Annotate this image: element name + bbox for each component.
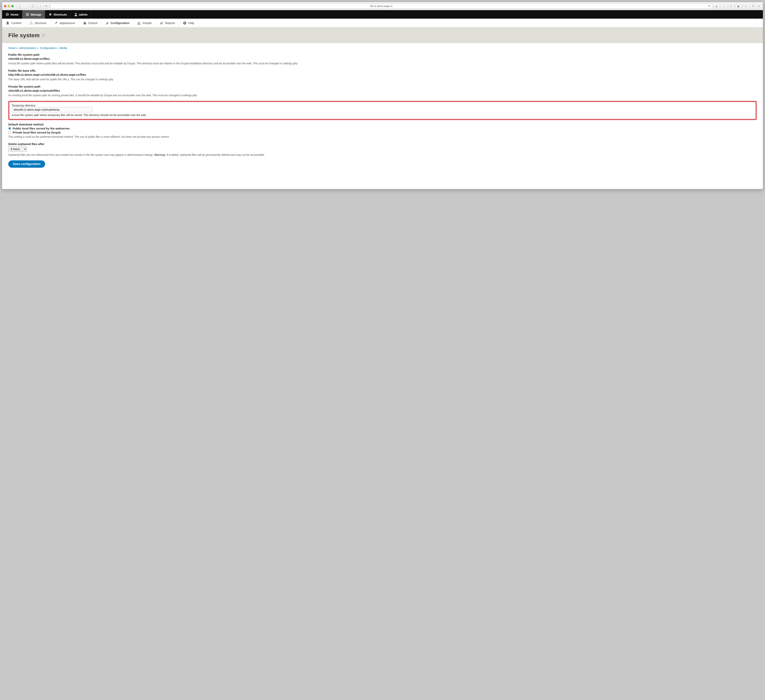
menu-content[interactable]: Content <box>2 19 25 27</box>
tabs-button[interactable] <box>750 4 756 8</box>
crumb-home[interactable]: Home <box>8 46 15 50</box>
toolbar-home[interactable]: Home <box>2 10 22 19</box>
svg-rect-20 <box>161 22 162 24</box>
private-path-label: Private file system path <box>8 85 757 88</box>
temp-dir-highlight: Temporary directory A local file system … <box>8 101 757 120</box>
svg-rect-2 <box>45 5 46 6</box>
radio-public[interactable] <box>8 127 11 130</box>
people-icon <box>137 21 141 25</box>
public-path-desc: A local file system path where public fi… <box>8 61 757 66</box>
configuration-icon <box>105 21 109 25</box>
menu-reports-label: Reports <box>165 21 175 25</box>
sidebar-toggle-button[interactable] <box>30 4 36 8</box>
help-icon: ? <box>183 21 186 25</box>
menu-appearance[interactable]: Appearance <box>50 19 79 27</box>
toolbar-shortcuts[interactable]: Shortcuts <box>45 10 71 19</box>
orphan-desc-b: If enabled, orphaned files will be perma… <box>166 153 265 156</box>
private-path-item: Private file system path sites/d8.o1.dem… <box>8 85 757 98</box>
crumb-media[interactable]: Media <box>60 46 67 50</box>
maximize-window-icon[interactable] <box>11 5 14 7</box>
svg-text:?: ? <box>184 22 185 24</box>
menu-configuration[interactable]: Configuration <box>101 19 134 27</box>
menu-reports[interactable]: Reports <box>156 19 179 27</box>
svg-rect-6 <box>46 6 46 7</box>
radio-private-row[interactable]: Private local files served by Drupal. <box>8 131 757 134</box>
reports-icon <box>160 21 163 25</box>
svg-rect-16 <box>31 24 33 24</box>
svg-rect-21 <box>162 22 162 24</box>
svg-rect-0 <box>32 5 34 7</box>
svg-rect-3 <box>46 5 46 6</box>
orphan-label: Delete orphaned files after <box>8 142 757 146</box>
public-url-value: http://d8.o1.demo.aegir.cc/sites/d8.o1.d… <box>8 73 757 76</box>
toolbar-icon-2[interactable]: I <box>721 4 727 8</box>
temp-dir-input[interactable] <box>12 107 92 112</box>
menu-help-label: Help <box>188 21 194 25</box>
minimize-window-icon[interactable] <box>8 5 10 7</box>
menu-appearance-label: Appearance <box>60 21 75 25</box>
svg-rect-15 <box>30 24 30 24</box>
admin-menu: Content Structure Appearance Extend Conf… <box>2 19 763 27</box>
crumb-administration[interactable]: Administration <box>19 46 36 50</box>
drupal-toolbar: Home Manage Shortcuts admin <box>2 10 763 19</box>
share-button[interactable] <box>743 4 749 8</box>
private-path-value: sites/d8.o1.demo.aegir.cc/private/files <box>8 89 757 92</box>
radio-public-row[interactable]: Public local files served by the webserv… <box>8 127 757 130</box>
radio-public-label: Public local files served by the webserv… <box>13 127 70 130</box>
svg-point-13 <box>75 13 76 14</box>
menu-help[interactable]: ? Help <box>179 19 198 27</box>
toolbar-shortcuts-label: Shortcuts <box>54 13 67 16</box>
download-method-item: Default download method Public local fil… <box>8 123 757 139</box>
downloads-button[interactable] <box>728 4 734 8</box>
crumb-configuration[interactable]: Configuration <box>40 46 56 50</box>
url-bar[interactable]: d8.o1.demo.aegir.cc ↻ <box>50 4 712 9</box>
orphan-item: Delete orphaned files after 6 hours Orph… <box>8 142 757 157</box>
structure-icon <box>29 21 33 25</box>
toolbar-icon-3[interactable]: ◐ <box>736 4 741 8</box>
private-path-desc: An existing local file system path for s… <box>8 93 757 98</box>
orphan-warn: Warning: <box>154 153 166 156</box>
public-url-item: Public file base URL http://d8.o1.demo.a… <box>8 69 757 82</box>
bookmarks-button[interactable]: ☆ <box>38 4 43 8</box>
menu-people[interactable]: People <box>134 19 156 27</box>
orphan-desc: Orphaned files are not referenced from a… <box>8 153 757 157</box>
svg-rect-10 <box>752 5 754 7</box>
menu-collapse[interactable] <box>755 19 763 27</box>
favorite-star-icon[interactable]: ☆ <box>41 33 45 38</box>
extend-icon <box>83 21 87 25</box>
close-window-icon[interactable] <box>4 5 6 7</box>
public-url-desc: The base URL that will be used for publi… <box>8 77 757 82</box>
svg-point-12 <box>6 13 9 16</box>
menu-people-label: People <box>143 21 152 25</box>
orphan-select[interactable]: 6 hours <box>8 147 27 152</box>
new-tab-button[interactable]: + <box>757 5 761 8</box>
back-circle-icon <box>6 13 9 16</box>
menu-content-label: Content <box>11 21 22 25</box>
menu-extend-label: Extend <box>88 21 98 25</box>
toolbar-admin[interactable]: admin <box>71 10 91 19</box>
menu-extend[interactable]: Extend <box>79 19 101 27</box>
nav-forward-button[interactable] <box>23 4 28 8</box>
radio-private[interactable] <box>8 131 11 134</box>
nav-back-button[interactable] <box>17 4 23 8</box>
save-button[interactable]: Save configuration <box>8 161 45 168</box>
toolbar-manage-label: Manage <box>31 13 41 16</box>
temp-dir-desc: A local file system path where temporary… <box>12 114 753 117</box>
page-content: Home» Administration» Configuration» Med… <box>2 43 763 189</box>
toolbar-icon-1[interactable]: ◎ <box>714 4 719 8</box>
top-sites-button[interactable] <box>43 4 49 8</box>
menu-structure[interactable]: Structure <box>25 19 50 27</box>
menu-configuration-label: Configuration <box>110 21 129 25</box>
toolbar-admin-label: admin <box>79 13 88 16</box>
orphan-desc-a: Orphaned files are not referenced from a… <box>8 153 154 156</box>
public-url-label: Public file base URL <box>8 69 757 72</box>
svg-rect-4 <box>47 5 47 6</box>
window-controls <box>4 5 14 7</box>
svg-point-17 <box>138 22 139 23</box>
reload-icon[interactable]: ↻ <box>708 5 710 8</box>
svg-rect-19 <box>160 23 161 24</box>
public-path-value: sites/d8.o1.demo.aegir.cc/files <box>8 57 757 60</box>
svg-rect-5 <box>45 6 46 7</box>
toolbar-manage[interactable]: Manage <box>22 10 45 19</box>
svg-rect-14 <box>31 22 31 22</box>
